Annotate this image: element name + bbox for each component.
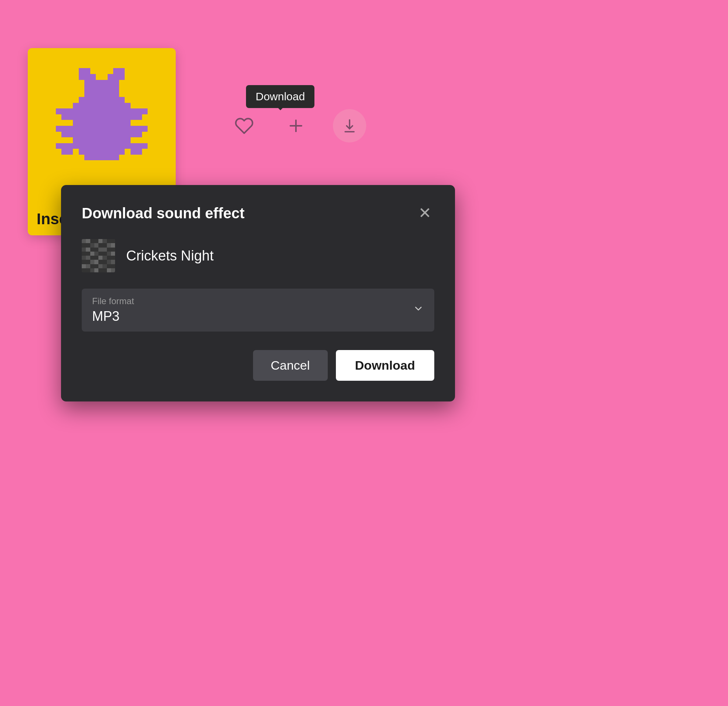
svg-rect-50 <box>86 256 90 260</box>
file-format-select[interactable]: File format MP3 <box>82 289 434 331</box>
cancel-button[interactable]: Cancel <box>253 350 328 381</box>
svg-rect-42 <box>86 239 90 243</box>
modal-title: Download sound effect <box>82 205 244 221</box>
svg-rect-37 <box>107 260 111 264</box>
download-button[interactable]: Download <box>336 350 434 381</box>
svg-rect-48 <box>98 247 103 252</box>
file-format-value: MP3 <box>92 309 424 324</box>
svg-rect-51 <box>94 260 98 264</box>
file-format-label: File format <box>92 296 424 307</box>
svg-rect-38 <box>86 264 90 268</box>
svg-rect-40 <box>103 264 107 268</box>
svg-rect-31 <box>94 252 98 256</box>
svg-rect-56 <box>98 264 103 268</box>
track-row: Crickets Night <box>82 239 434 272</box>
svg-rect-41 <box>111 268 115 272</box>
track-name: Crickets Night <box>126 248 214 264</box>
svg-rect-32 <box>103 247 107 252</box>
svg-rect-52 <box>103 256 107 260</box>
svg-rect-53 <box>111 260 115 264</box>
svg-rect-35 <box>90 260 94 264</box>
download-modal: Download sound effect ✕ <box>61 185 455 401</box>
file-format-container: File format MP3 <box>82 289 434 331</box>
svg-rect-45 <box>111 243 115 247</box>
svg-rect-34 <box>82 256 86 260</box>
svg-rect-47 <box>90 252 94 256</box>
track-thumbnail <box>82 239 115 272</box>
svg-rect-26 <box>82 239 86 243</box>
svg-rect-39 <box>94 268 98 272</box>
svg-rect-49 <box>107 252 111 256</box>
close-button[interactable]: ✕ <box>415 204 434 223</box>
svg-rect-33 <box>111 252 115 256</box>
svg-rect-43 <box>94 243 98 247</box>
svg-rect-55 <box>90 268 94 272</box>
svg-rect-28 <box>98 239 103 243</box>
svg-rect-54 <box>82 264 86 268</box>
svg-rect-46 <box>82 247 86 252</box>
modal-backdrop: Download sound effect ✕ <box>0 0 728 706</box>
svg-rect-57 <box>107 268 111 272</box>
svg-rect-29 <box>107 243 111 247</box>
svg-rect-27 <box>90 243 94 247</box>
svg-rect-36 <box>98 256 103 260</box>
modal-header: Download sound effect ✕ <box>82 204 434 223</box>
modal-footer: Cancel Download <box>82 350 434 381</box>
svg-rect-44 <box>103 239 107 243</box>
chevron-down-icon <box>413 303 424 317</box>
svg-rect-30 <box>86 247 90 252</box>
